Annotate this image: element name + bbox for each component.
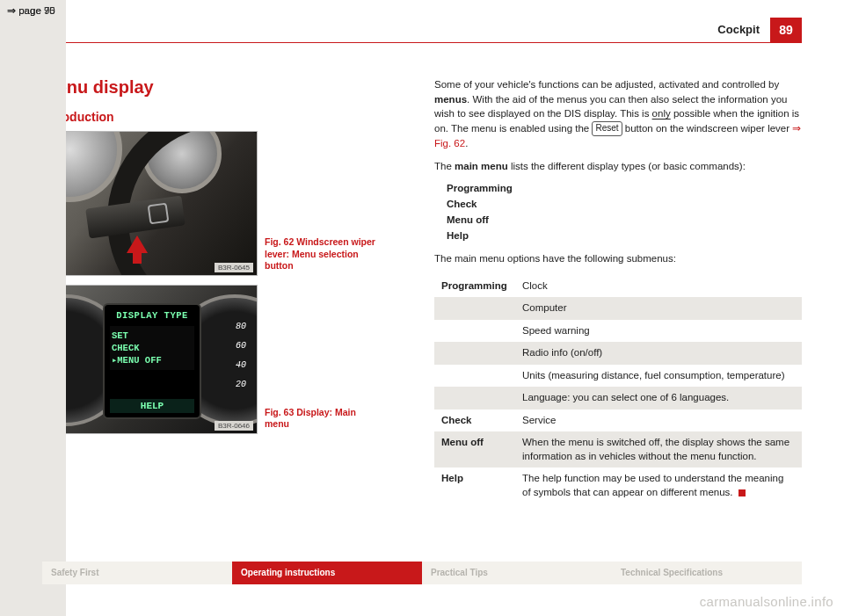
table-row: Units (measuring distance, fuel consumpt… <box>434 365 802 388</box>
tab-technical-specifications[interactable]: Technical Specifications <box>612 562 802 584</box>
table-row-label <box>434 365 515 388</box>
table-row-label: Check <box>434 409 515 432</box>
header-section-title: Cockpit <box>717 18 770 42</box>
figure-62-code: B3R-0645 <box>215 263 253 272</box>
section-title: Menu display <box>42 77 410 98</box>
dis-title: DISPLAY TYPE <box>110 310 194 321</box>
table-row: Speed warning⇒ page 83 <box>434 320 802 343</box>
table-row: Language: you can select one of 6 langua… <box>434 387 802 409</box>
gauge-ticks: 80 60 40 20 <box>236 317 246 395</box>
figure-63-image: 80 60 40 20 DISPLAY TYPE SET CHECK ▸MENU… <box>42 285 258 434</box>
table-row-label <box>434 387 515 409</box>
tab-safety-first[interactable]: Safety First <box>42 562 232 584</box>
tab-practical-tips[interactable]: Practical Tips <box>422 562 612 584</box>
table-row-mid: Radio info (on/off) <box>515 342 802 365</box>
main-menu-list: Programming Check Menu off Help <box>447 183 802 241</box>
table-row-mid: Language: you can select one of 6 langua… <box>515 387 802 409</box>
table-row-desc: When the menu is switched off, the displ… <box>515 431 802 467</box>
table-row-mid: Computer <box>515 297 802 320</box>
watermark: carmanualsonline.info <box>700 594 833 609</box>
table-row-mid: Speed warning <box>515 320 802 343</box>
page-header: Cockpit89 <box>717 18 802 42</box>
figure-62-image: B3R-0645 <box>42 131 258 276</box>
table-row-mid: Service <box>515 409 802 432</box>
menu-list-item: Programming <box>447 183 802 193</box>
figure-63-caption: Fig. 63 Display: Main menu <box>265 407 379 434</box>
bottom-tabs: Safety First Operating instructions Prac… <box>42 562 802 584</box>
arrow-up-icon <box>127 236 148 253</box>
intro-paragraph-2: The main menu lists the different displa… <box>434 159 802 174</box>
dis-help: HELP <box>110 399 194 413</box>
table-row: Computer⇒ page 90 <box>434 297 802 320</box>
table-row-mid: Clock <box>515 275 802 298</box>
table-row: Radio info (on/off) <box>434 342 802 365</box>
dis-item: CHECK <box>112 342 193 354</box>
menu-list-item: Help <box>447 230 802 241</box>
dis-item: ▸MENU OFF <box>112 354 193 366</box>
submenu-table: ProgrammingClock⇒ page 90Computer⇒ page … <box>434 275 802 504</box>
figure-62-caption: Fig. 62 Windscreen wiper lever: Menu sel… <box>265 236 379 276</box>
table-row: HelpThe help function may be used to und… <box>434 467 802 504</box>
subsection-title: Introduction <box>42 110 410 124</box>
table-row: Menu offWhen the menu is switched off, t… <box>434 431 802 467</box>
content-columns: Menu display Introduction B3R-0645 <box>42 77 802 504</box>
dis-items: SET CHECK ▸MENU OFF <box>110 326 194 370</box>
page-number: 89 <box>770 18 802 42</box>
dis-item: SET <box>112 330 193 342</box>
intro-paragraph-3: The main menu options have the following… <box>434 251 802 266</box>
table-row-page[interactable]: ⇒ page 75 <box>0 0 66 616</box>
table-row: CheckService⇒ page 75 <box>434 409 802 432</box>
dis-screen: DISPLAY TYPE SET CHECK ▸MENU OFF HELP <box>103 303 201 419</box>
table-row-desc: The help function may be used to underst… <box>515 467 802 504</box>
table-row-label <box>434 297 515 320</box>
figure-63: 80 60 40 20 DISPLAY TYPE SET CHECK ▸MENU… <box>42 285 410 434</box>
menu-list-item: Menu off <box>447 214 802 225</box>
table-row: ProgrammingClock⇒ page 90 <box>434 275 802 298</box>
table-row-label: Programming <box>434 275 515 298</box>
table-row-label <box>434 342 515 365</box>
page: Cockpit89 Menu display Introduction <box>0 0 844 616</box>
right-column: Some of your vehicle's functions can be … <box>434 77 802 504</box>
tab-operating-instructions[interactable]: Operating instructions <box>232 562 422 584</box>
figure-62: B3R-0645 Fig. 62 Windscreen wiper lever:… <box>42 131 410 276</box>
intro-paragraph-1: Some of your vehicle's functions can be … <box>434 77 802 150</box>
end-square-icon <box>738 489 746 496</box>
table-row-mid: Units (measuring distance, fuel consumpt… <box>515 365 802 388</box>
table-row-label: Menu off <box>434 431 515 467</box>
figure-63-code: B3R-0646 <box>215 421 253 431</box>
table-row-label <box>434 320 515 343</box>
left-column: Menu display Introduction B3R-0645 <box>42 77 410 504</box>
table-row-label: Help <box>434 467 515 504</box>
header-rule <box>42 42 802 43</box>
reset-button-label: Reset <box>592 121 622 136</box>
menu-list-item: Check <box>447 199 802 209</box>
